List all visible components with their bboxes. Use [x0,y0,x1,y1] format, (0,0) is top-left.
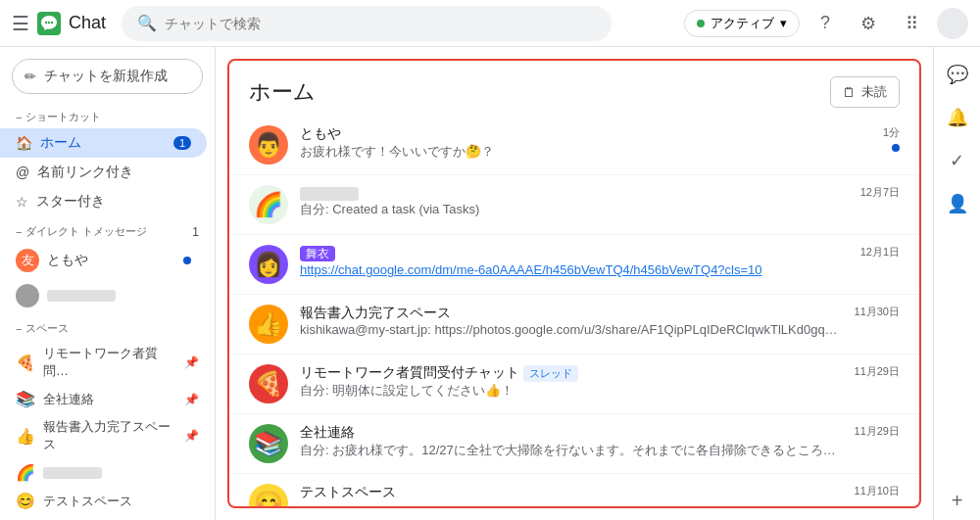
dm-section[interactable]: − ダイレクト トメッセージ 1 [0,216,215,243]
tomoya-chat-time: 1分 [883,125,900,140]
tomoya-chat-content: ともや お疲れ様です！今いいですか🤔？ [300,125,871,161]
test-chat-name: テストスペース [300,484,843,501]
sidebar-item-test[interactable]: 😊 テストスペース [0,487,215,515]
settings-icon-button[interactable]: ⚙ [851,6,886,41]
thread-badge: スレッド [523,365,578,382]
help-icon-button[interactable]: ? [808,6,843,41]
test-label: テストスペース [43,493,132,510]
chat-item-company[interactable]: 📚 全社連絡 自分: お疲れ様です。12/27に全社で大掃除を行ないます。それま… [229,414,919,474]
company-chat-name: 全社連絡 [300,424,843,442]
chat-item-mai[interactable]: 👩 舞衣 https://chat.google.com/dm/me-6a0AA… [229,235,919,295]
tomoya-chat-meta: 1分 [883,125,900,152]
report-label: 報告書入力完了スペース [43,418,176,453]
chevron-down-icon: ▾ [780,16,787,30]
notification-icon-button[interactable]: 🔔 [938,98,977,137]
company-chat-preview: 自分: お疲れ様です。12/27に全社で大掃除を行ないます。それまでに各自掃除で… [300,442,843,459]
tomoya-avatar: 友 [16,249,39,272]
home-badge: 1 [173,136,191,150]
search-input[interactable] [165,16,596,31]
app-title: Chat [69,13,106,33]
mai-chat-meta: 12月1日 [860,245,900,260]
contacts-icon-button[interactable]: 👤 [938,184,977,223]
chat-item-tomoya[interactable]: 👨 ともや お疲れ様です！今いいですか🤔？ 1分 [229,116,919,175]
add-apps-button[interactable]: + [938,481,977,520]
company-chat-time: 11月29日 [855,424,900,439]
tomoya-unread-dot [892,144,900,152]
chat-item-test[interactable]: 😊 テストスペース 11月10日 [229,474,919,506]
sidebar-item-starred[interactable]: ☆ スター付き [0,187,207,216]
company-chat-avatar: 📚 [249,424,288,463]
remote-emoji: 🍕 [16,354,35,372]
remote-chat-meta: 11月29日 [855,364,900,379]
home-title: ホーム [249,77,316,107]
case-chat-content: 自分: Created a task (via Tasks) [300,185,849,218]
case-chat-name [300,185,849,201]
menu-icon[interactable]: ☰ [12,12,29,35]
pin-icon: 📌 [184,355,199,369]
spaces-section[interactable]: − スペース [0,313,215,340]
tomoya-chat-name: ともや [300,125,871,143]
tasks-icon-button[interactable]: ✓ [938,141,977,180]
edit-icon: ✏ [24,69,36,84]
sidebar-item-tomoya[interactable]: 友 ともや [0,243,207,278]
tomoya-chat-avatar: 👨 [249,125,288,165]
sidebar-item-report[interactable]: 👍 報告書入力完了スペース 📌 [0,413,215,458]
sidebar-item-home[interactable]: 🏠 ホーム 1 [0,128,207,158]
user-avatar[interactable] [937,8,968,39]
chat-item-case[interactable]: 🌈 自分: Created a task (via Tasks) 12月7日 [229,175,919,235]
home-icon: 🏠 [16,135,32,151]
unread-button[interactable]: 🗒 未読 [830,76,900,108]
spaces-label: スペース [25,321,69,336]
company-label: 全社連絡 [43,391,94,408]
shortcuts-section[interactable]: − ショートカット [0,102,215,128]
case-emoji: 🌈 [16,463,35,482]
content-area: ホーム 🗒 未読 👨 ともや お疲れ様です！今いいですか� [216,47,980,520]
test-chat-avatar: 😊 [249,484,288,506]
chat-item-remote[interactable]: 🍕 リモートワーク者質問受付チャット スレッド 自分: 明朝体に設定してください… [229,355,919,414]
report-chat-avatar: 👍 [249,305,288,344]
svg-point-2 [45,21,47,23]
company-chat-content: 全社連絡 自分: お疲れ様です。12/27に全社で大掃除を行ないます。それまでに… [300,424,843,459]
mai-chat-name: 舞衣 [300,245,849,262]
pin-icon2: 📌 [184,393,199,406]
sidebar: ✏ チャットを新規作成 − ショートカット 🏠 ホーム 1 @ 名前リンク付き … [0,47,216,520]
chat-icon-button[interactable]: 💬 [938,55,977,94]
sidebar-item-named-link[interactable]: @ 名前リンク付き [0,158,207,187]
tomoya-chat-preview: お疲れ様です！今いいですか🤔？ [300,143,868,161]
contact2-avatar [16,284,39,307]
dm-expand-icon: − [16,226,22,238]
company-emoji: 📚 [16,390,35,408]
report-chat-name: 報告書入力完了スペース [300,305,843,322]
shortcuts-expand-icon: − [16,112,22,123]
home-panel: ホーム 🗒 未読 👨 ともや お疲れ様です！今いいですか� [227,59,921,508]
report-chat-time: 11月30日 [855,305,900,319]
tomoya-unread-dot [183,257,191,264]
right-panel: ホーム 🗒 未読 👨 ともや お疲れ様です！今いいですか� [216,47,933,520]
case-name-blurred [43,467,102,479]
main-layout: ✏ チャットを新規作成 − ショートカット 🏠 ホーム 1 @ 名前リンク付き … [0,47,980,520]
status-dot [697,20,705,27]
report-chat-content: 報告書入力完了スペース kishikawa@my-start.jp: https… [300,305,843,337]
remote-chat-avatar: 🍕 [249,364,288,403]
header-right: アクティブ ▾ ? ⚙ ⠿ [684,6,968,41]
sidebar-item-contact2[interactable] [0,278,207,313]
test-chat-time: 11月10日 [855,484,900,498]
mai-chat-content: 舞衣 https://chat.google.com/dm/me-6a0AAAA… [300,245,849,277]
new-chat-button[interactable]: ✏ チャットを新規作成 [12,59,203,94]
apps-icon-button[interactable]: ⠿ [894,6,929,41]
contact2-name-blurred [47,290,116,302]
sidebar-item-external[interactable]: 😄 外部ユーザースペース [0,515,215,520]
search-bar[interactable]: 🔍 [122,6,612,41]
new-chat-label: チャットを新規作成 [44,68,168,85]
dm-badge: 1 [192,225,199,239]
chat-item-report[interactable]: 👍 報告書入力完了スペース kishikawa@my-start.jp: htt… [229,295,919,355]
svg-point-3 [48,21,50,23]
sidebar-item-case[interactable]: 🌈 [0,458,215,487]
sidebar-item-company[interactable]: 📚 全社連絡 📌 [0,385,215,413]
tomoya-label: ともや [47,252,88,269]
sidebar-item-remote[interactable]: 🍕 リモートワーク者質問… 📌 [0,340,215,385]
test-chat-content: テストスペース [300,484,843,501]
status-button[interactable]: アクティブ ▾ [684,10,800,37]
status-label: アクティブ [710,15,774,32]
mai-chat-avatar: 👩 [249,245,288,284]
